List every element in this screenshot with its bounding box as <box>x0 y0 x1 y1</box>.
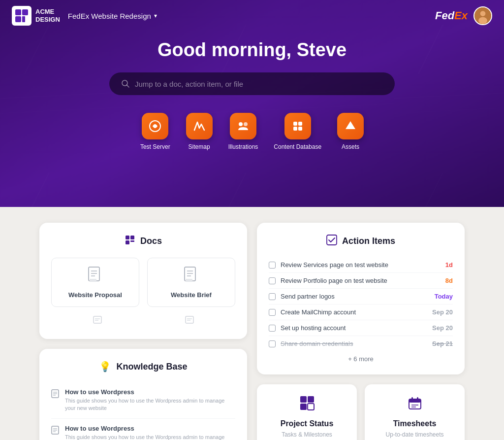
doc-footer-icon-1[interactable] <box>93 315 102 327</box>
svg-rect-30 <box>94 316 101 323</box>
action-items-icon <box>326 235 337 247</box>
chevron-down-icon: ▾ <box>154 12 157 19</box>
svg-rect-47 <box>300 404 307 410</box>
svg-rect-52 <box>417 397 418 401</box>
doc-footer-icon-2[interactable] <box>185 315 194 327</box>
svg-rect-20 <box>89 267 99 281</box>
logo-label: ACMEDESIGN <box>35 8 60 23</box>
svg-rect-45 <box>300 396 307 403</box>
doc-item-brief[interactable]: Website Brief <box>147 258 235 307</box>
search-bar[interactable] <box>109 72 395 95</box>
action-item-1[interactable]: Review Portfolio page on test website 8d <box>269 273 453 289</box>
timesheets-icon <box>407 395 423 414</box>
doc-proposal-icon <box>88 266 103 287</box>
quick-link-illustrations[interactable]: Illustrations <box>228 113 258 150</box>
quick-link-content-database[interactable]: Content Database <box>274 113 321 150</box>
content-database-label: Content Database <box>274 143 321 150</box>
action-text-3: Create MailChimp account <box>281 308 356 316</box>
svg-rect-33 <box>186 316 193 323</box>
svg-rect-25 <box>185 267 195 281</box>
kb-item-0[interactable]: How to use Wordpress This guide shows yo… <box>51 382 235 419</box>
action-item-5[interactable]: Share domain credentials Sep 21 <box>269 336 453 351</box>
action-items-title: Action Items <box>342 236 395 246</box>
action-due-5: Sep 21 <box>432 340 453 347</box>
avatar[interactable] <box>473 6 492 25</box>
svg-point-10 <box>239 122 243 126</box>
svg-rect-48 <box>308 404 314 410</box>
action-item-2[interactable]: Send partner logos Today <box>269 289 453 305</box>
svg-point-6 <box>478 17 487 24</box>
kb-item-0-icon <box>51 389 59 400</box>
action-checkbox-5[interactable] <box>269 340 276 347</box>
action-checkbox-2[interactable] <box>269 293 276 300</box>
svg-rect-2 <box>15 16 21 22</box>
svg-rect-15 <box>298 127 302 131</box>
svg-rect-13 <box>298 122 302 126</box>
assets-icon <box>337 113 364 139</box>
logo[interactable]: ACMEDESIGN <box>12 6 60 26</box>
knowledge-base-card: 💡 Knowledge Base <box>39 349 247 440</box>
docs-card: Docs Website Propo <box>39 223 247 339</box>
svg-rect-24 <box>90 279 96 282</box>
action-items-card: Action Items Review Services page on tes… <box>257 223 465 374</box>
action-item-0[interactable]: Review Services page on test website 1d <box>269 257 453 273</box>
action-item-4[interactable]: Set up hosting account Sep 20 <box>269 320 453 336</box>
action-items-more[interactable]: + 6 more <box>269 355 453 363</box>
search-icon <box>121 79 130 88</box>
mini-cards-grid: Project Status Tasks & Milestones <box>257 384 465 440</box>
quick-link-assets[interactable]: Assets <box>337 113 364 150</box>
svg-rect-12 <box>293 122 297 126</box>
action-due-3: Sep 20 <box>432 308 453 316</box>
content-database-icon <box>284 113 311 139</box>
logo-icon <box>12 6 32 26</box>
action-text-0: Review Services page on test website <box>281 261 388 269</box>
kb-item-1-title: How to use Wordpress <box>65 425 235 432</box>
quick-link-test-server[interactable]: Test Server <box>140 113 170 150</box>
project-selector[interactable]: FedEx Website Redesign ▾ <box>68 12 157 20</box>
doc-brief-name: Website Brief <box>171 291 212 299</box>
action-checkbox-0[interactable] <box>269 262 276 269</box>
action-due-4: Sep 20 <box>432 324 453 332</box>
kb-icon: 💡 <box>99 361 111 372</box>
sitemap-label: Sitemap <box>189 143 210 150</box>
mini-card-timesheets[interactable]: Timesheets Up-to-date timesheets <box>365 384 465 440</box>
quick-link-sitemap[interactable]: Sitemap <box>186 113 213 150</box>
kb-item-0-title: How to use Wordpress <box>65 388 235 396</box>
project-status-desc: Tasks & Milestones <box>282 431 332 438</box>
header: ACMEDESIGN FedEx Website Redesign ▾ FedE… <box>0 0 504 32</box>
svg-rect-14 <box>293 127 297 131</box>
project-name: FedEx Website Redesign <box>68 12 151 20</box>
action-text-4: Set up hosting account <box>281 324 346 332</box>
action-checkbox-4[interactable] <box>269 325 276 332</box>
action-due-1: 8d <box>445 277 453 284</box>
timesheets-title: Timesheets <box>393 419 437 428</box>
greeting: Good morning, Steve <box>158 39 346 61</box>
left-section: Docs Website Propo <box>39 223 247 440</box>
search-input[interactable] <box>135 80 383 88</box>
svg-rect-29 <box>186 279 192 282</box>
doc-item-proposal[interactable]: Website Proposal <box>51 258 139 307</box>
mini-card-project-status[interactable]: Project Status Tasks & Milestones <box>257 384 357 440</box>
action-due-2: Today <box>435 293 453 300</box>
action-checkbox-3[interactable] <box>269 309 276 316</box>
action-item-3[interactable]: Create MailChimp account Sep 20 <box>269 305 453 320</box>
docs-title: Docs <box>140 236 162 246</box>
right-section: Action Items Review Services page on tes… <box>257 223 465 440</box>
action-items-list: Review Services page on test website 1d … <box>269 257 453 351</box>
docs-icon <box>125 235 135 248</box>
header-left: ACMEDESIGN FedEx Website Redesign ▾ <box>12 6 157 26</box>
action-text-2: Send partner logos <box>281 293 335 300</box>
svg-line-8 <box>127 85 129 88</box>
action-items-header: Action Items <box>269 235 453 247</box>
quick-links: Test Server Sitemap <box>140 113 364 150</box>
kb-item-1[interactable]: How to use Wordpress This guide shows yo… <box>51 419 235 440</box>
action-text-5: Share domain credentials <box>281 340 353 347</box>
doc-brief-icon <box>184 266 199 287</box>
action-checkbox-1[interactable] <box>269 277 276 284</box>
svg-point-11 <box>244 122 248 126</box>
sitemap-icon <box>186 113 213 139</box>
main-content: Docs Website Propo <box>0 207 504 440</box>
svg-rect-1 <box>22 9 28 15</box>
svg-rect-51 <box>411 397 413 401</box>
header-right: FedEx <box>435 6 492 25</box>
